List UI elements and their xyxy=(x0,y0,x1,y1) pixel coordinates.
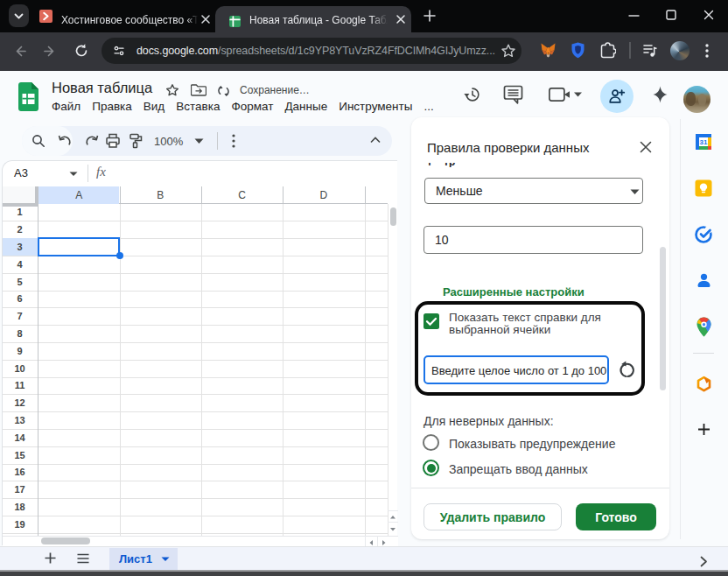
svg-text:31: 31 xyxy=(700,138,708,146)
